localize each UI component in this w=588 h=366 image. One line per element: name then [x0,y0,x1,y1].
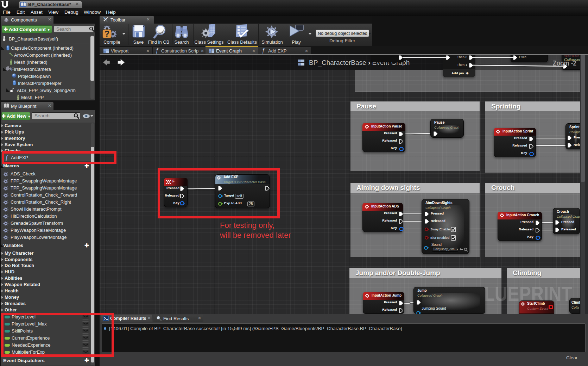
svg-text:?: ? [105,29,110,38]
